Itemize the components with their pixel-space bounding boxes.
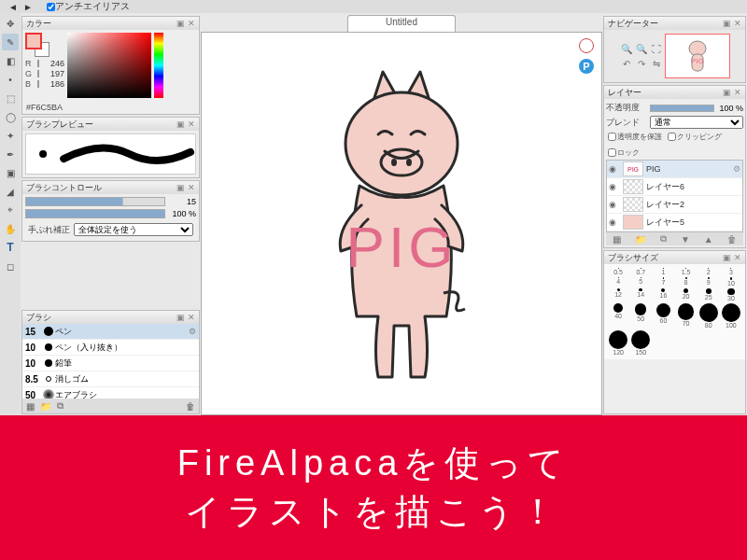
brush-size-cell[interactable]: 16 (653, 288, 673, 302)
layer-list[interactable]: ◉PIGPIG⚙ ◉レイヤー6 ◉レイヤー2 ◉レイヤー5 (606, 160, 743, 232)
gear-icon[interactable]: ⚙ (189, 327, 196, 336)
brush-tool-icon[interactable]: ✎ (2, 34, 19, 50)
shape-tool-icon[interactable]: ◻ (2, 258, 19, 274)
layer-row[interactable]: ◉レイヤー6 (607, 178, 742, 196)
brush-size-cell[interactable]: 0.7 (630, 268, 651, 275)
brush-size-cell[interactable]: 9 (698, 277, 719, 287)
new-folder-icon[interactable]: 📁 (635, 234, 646, 245)
brush-row[interactable]: 10ペン（入り抜き） (22, 340, 199, 356)
panel-controls[interactable]: ▣ ✕ (176, 313, 195, 322)
visibility-icon[interactable]: ◉ (609, 164, 620, 174)
move-up-icon[interactable]: ▲ (704, 234, 713, 245)
text-tool-icon[interactable]: T (2, 239, 19, 256)
zoom-out-icon[interactable]: 🔍 (635, 42, 648, 55)
hue-slider[interactable] (154, 33, 163, 98)
color-field[interactable] (67, 33, 151, 98)
brush-size-grid[interactable]: 0.50.711.5234578910121416202530405060708… (604, 264, 745, 359)
pen-tool-icon[interactable]: ✒ (2, 146, 19, 162)
gradient-tool-icon[interactable]: ◢ (2, 183, 19, 200)
panel-controls[interactable]: ▣ ✕ (176, 19, 195, 28)
protect-alpha-checkbox[interactable] (608, 133, 616, 141)
visibility-icon[interactable]: ◉ (609, 200, 620, 209)
brush-size-cell[interactable]: 100 (721, 303, 741, 329)
bucket-tool-icon[interactable]: ▣ (2, 164, 19, 181)
brush-size-cell[interactable]: 2 (698, 268, 719, 275)
b-slider[interactable] (37, 80, 39, 88)
brush-size-cell[interactable]: 80 (698, 303, 719, 329)
fit-icon[interactable]: ⛶ (650, 42, 663, 55)
brush-size-cell[interactable]: 7 (653, 277, 673, 287)
panel-controls[interactable]: ▣ ✕ (723, 253, 741, 262)
dot-tool-icon[interactable]: • (2, 71, 19, 88)
duplicate-icon[interactable]: ⧉ (57, 400, 63, 412)
panel-controls[interactable]: ▣ ✕ (723, 88, 741, 97)
brush-row[interactable]: 50エアブラシ (22, 387, 199, 399)
trash-icon[interactable]: 🗑 (186, 401, 195, 412)
folder-icon[interactable]: 📁 (40, 401, 51, 412)
brush-size-cell[interactable]: 1 (653, 268, 673, 275)
panel-controls[interactable]: ▣ ✕ (176, 183, 195, 192)
visibility-icon[interactable]: ◉ (609, 217, 620, 227)
brush-size-cell[interactable]: 14 (630, 288, 651, 302)
brush-size-cell[interactable]: 40 (608, 303, 628, 329)
flip-icon[interactable]: ⇋ (650, 57, 663, 70)
antialias-checkbox[interactable] (47, 3, 55, 11)
navigator-thumbnail[interactable]: PIG (665, 34, 730, 78)
brush-size-cell[interactable]: 150 (630, 330, 651, 356)
brush-size-cell[interactable]: 0.5 (608, 268, 628, 275)
g-slider[interactable] (37, 70, 39, 77)
layer-row[interactable]: ◉レイヤー2 (607, 196, 742, 214)
lasso-tool-icon[interactable]: ◯ (2, 108, 19, 125)
move-tool-icon[interactable]: ✥ (2, 15, 19, 32)
r-slider[interactable] (37, 60, 39, 67)
blend-mode-select[interactable]: 通常 (650, 116, 743, 129)
lock-checkbox[interactable] (608, 148, 616, 157)
panel-controls[interactable]: ▣ ✕ (723, 19, 741, 28)
duplicate-layer-icon[interactable]: ⧉ (660, 233, 667, 245)
user-avatar-icon[interactable] (579, 38, 594, 53)
new-layer-icon[interactable]: ▦ (613, 234, 621, 245)
zoom-in-icon[interactable]: 🔍 (620, 42, 633, 55)
brush-size-cell[interactable]: 10 (721, 277, 741, 287)
brush-size-cell[interactable]: 50 (630, 303, 651, 329)
brush-size-cell[interactable]: 120 (608, 330, 628, 356)
brush-opacity-slider[interactable] (25, 209, 165, 218)
brush-row[interactable]: 8.5消しゴム (22, 371, 199, 387)
document-tab[interactable]: Untitled (347, 15, 456, 32)
panel-controls[interactable]: ▣ ✕ (176, 119, 195, 129)
brush-row[interactable]: 10鉛筆 (22, 356, 199, 371)
add-brush-icon[interactable]: ▦ (26, 401, 35, 412)
brush-size-cell[interactable]: 8 (675, 277, 696, 287)
eraser-tool-icon[interactable]: ◧ (2, 52, 19, 69)
layer-row[interactable]: ◉PIGPIG⚙ (607, 161, 742, 178)
brush-size-cell[interactable]: 3 (721, 268, 741, 275)
select-tool-icon[interactable]: ⬚ (2, 90, 19, 106)
eyedropper-tool-icon[interactable]: ⌖ (2, 202, 19, 218)
brush-size-cell[interactable]: 12 (608, 288, 628, 302)
delete-layer-icon[interactable]: 🗑 (727, 234, 737, 245)
brush-size-cell[interactable]: 20 (675, 288, 696, 302)
wand-tool-icon[interactable]: ✦ (2, 127, 19, 144)
paint-badge-icon[interactable]: P (579, 59, 594, 74)
brush-size-cell[interactable]: 60 (653, 303, 673, 329)
brush-size-cell[interactable]: 70 (675, 303, 696, 329)
brush-size-cell[interactable]: 1.5 (675, 268, 696, 275)
brush-size-cell[interactable]: 4 (608, 277, 628, 287)
fg-bg-swatch[interactable] (25, 33, 49, 57)
hex-value[interactable]: #F6C5BA (22, 101, 199, 114)
layer-row[interactable]: ◉レイヤー5 (607, 214, 742, 231)
clipping-checkbox[interactable] (668, 133, 676, 141)
merge-icon[interactable]: ▼ (681, 234, 690, 245)
rotate-right-icon[interactable]: ↷ (635, 57, 648, 70)
layer-opacity-slider[interactable] (650, 105, 714, 112)
hand-correction-select[interactable]: 全体設定を使う (74, 223, 193, 236)
rotate-left-icon[interactable]: ↶ (620, 57, 633, 70)
history-fwd-icon[interactable]: ► (23, 2, 33, 12)
brush-size-slider[interactable] (25, 197, 165, 206)
visibility-icon[interactable]: ◉ (609, 182, 620, 191)
brush-size-cell[interactable]: 30 (721, 288, 741, 302)
brush-size-cell[interactable]: 5 (630, 277, 651, 287)
brush-size-cell[interactable]: 25 (698, 288, 719, 302)
history-back-icon[interactable]: ◄ (8, 2, 18, 12)
brush-list[interactable]: 15ペン⚙ 10ペン（入り抜き） 10鉛筆 8.5消しゴム 50エアブラシ (22, 324, 199, 399)
